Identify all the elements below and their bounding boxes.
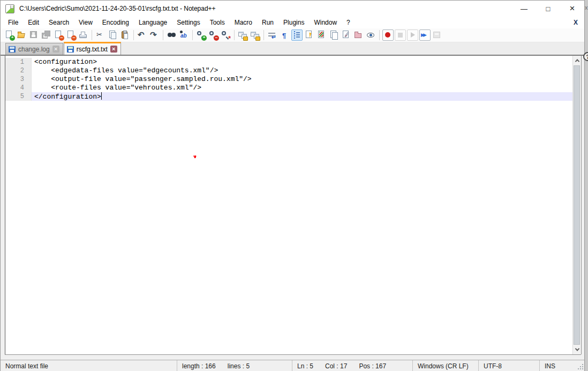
menu-item-file[interactable]: File: [3, 17, 23, 28]
close-document-button[interactable]: X: [574, 17, 578, 28]
titlebar: C:\Users\Cedric\Sumo\2021-11-24-20-35-01…: [1, 1, 584, 17]
status-insert-mode-text: INS: [545, 362, 555, 370]
line-number: 5: [5, 92, 32, 101]
text-editor[interactable]: 1<configuration>2 <edgedata-files value=…: [5, 56, 582, 354]
folder-as-workspace-button[interactable]: [353, 29, 364, 41]
editor-line-text: <output-file value="passenger.sampled.ro…: [32, 75, 582, 84]
close-file-icon: [54, 30, 64, 40]
chevron-up-icon: [575, 59, 579, 63]
status-cursor-position-text: Pos : 167: [359, 362, 386, 370]
restore-zoom-icon: [221, 30, 231, 40]
floppy-icon: [9, 46, 16, 53]
new-file-icon: [4, 30, 14, 40]
restore-zoom-button[interactable]: [220, 29, 231, 41]
zoom-out-button[interactable]: [208, 29, 219, 41]
word-wrap-icon: [267, 30, 277, 40]
line-number: 4: [5, 84, 32, 92]
sync-vertical-scrolling-button[interactable]: [237, 29, 248, 41]
menu-item-settings[interactable]: Settings: [172, 17, 205, 28]
document-map-button[interactable]: [316, 29, 327, 41]
redo-icon: [149, 30, 160, 40]
close-file-button[interactable]: [53, 29, 64, 41]
print-button[interactable]: [78, 29, 89, 41]
copy-icon: [108, 30, 118, 40]
new-file-button[interactable]: [4, 29, 15, 41]
macro-record-button[interactable]: [382, 29, 394, 41]
editor-line: 3 <output-file value="passenger.sampled.…: [5, 75, 582, 84]
cut-button[interactable]: [95, 29, 106, 41]
open-file-button[interactable]: [16, 29, 27, 41]
status-eol-format[interactable]: Windows (CR LF): [413, 360, 479, 371]
menu-item-help[interactable]: ?: [342, 17, 355, 28]
notepad-plus-plus-window: C:\Users\Cedric\Sumo\2021-11-24-20-35-01…: [0, 0, 585, 371]
tab-change-log[interactable]: change.log×: [5, 43, 63, 55]
word-wrap-button[interactable]: [267, 29, 278, 41]
status-eol-format-text: Windows (CR LF): [418, 362, 469, 370]
scroll-up-button[interactable]: [573, 56, 581, 65]
redo-button[interactable]: [149, 29, 160, 41]
replace-button[interactable]: [178, 29, 190, 41]
maximize-button[interactable]: □: [536, 1, 560, 17]
save-button: [28, 29, 40, 41]
menu-item-language[interactable]: Language: [134, 17, 172, 28]
toolbar-separator: [133, 30, 134, 40]
sync-horizontal-scrolling-button[interactable]: [250, 29, 261, 41]
monitoring-button[interactable]: [365, 29, 376, 41]
document-list-button[interactable]: [328, 29, 340, 41]
menu-item-view[interactable]: View: [74, 17, 97, 28]
copy-button[interactable]: [107, 29, 118, 41]
vertical-scrollbar[interactable]: [572, 56, 581, 354]
show-all-characters-icon: [280, 30, 290, 40]
tab-close-icon[interactable]: ×: [52, 46, 59, 53]
show-indent-guide-button[interactable]: [291, 29, 303, 41]
minimize-button[interactable]: —: [512, 1, 536, 17]
zoom-in-button[interactable]: [195, 29, 207, 41]
macro-run-multiple-icon: [420, 30, 430, 40]
line-number: 2: [5, 66, 32, 75]
tab-close-icon[interactable]: ×: [110, 46, 117, 53]
editor-line-text: <route-files value="vehroutes.xml"/>: [32, 84, 582, 92]
menu-item-search[interactable]: Search: [44, 17, 74, 28]
menubar: FileEditSearchViewEncodingLanguageSettin…: [1, 17, 584, 28]
scrollbar-thumb[interactable]: [574, 65, 580, 345]
undo-button[interactable]: [137, 29, 148, 41]
menu-item-window[interactable]: Window: [309, 17, 342, 28]
function-list-button[interactable]: [341, 29, 352, 41]
function-list-icon: [341, 30, 351, 40]
show-indent-guide-icon: [292, 30, 302, 40]
macro-stop-button: [395, 29, 406, 41]
zoom-in-icon: [196, 30, 206, 40]
status-cursor-position-text: Col : 17: [325, 362, 347, 370]
status-encoding[interactable]: UTF-8: [479, 360, 540, 371]
menu-item-plugins[interactable]: Plugins: [278, 17, 309, 28]
menu-item-macro[interactable]: Macro: [230, 17, 257, 28]
save-icon: [29, 30, 39, 40]
scroll-down-button[interactable]: [573, 345, 581, 354]
macro-run-multiple-button[interactable]: [419, 29, 431, 41]
menu-item-tools[interactable]: Tools: [205, 17, 230, 28]
toolbar-separator: [234, 30, 235, 40]
text-caret: [101, 92, 102, 100]
resize-grip-icon[interactable]: [577, 363, 583, 369]
status-cursor-position: Ln : 5Col : 17Pos : 167: [292, 360, 413, 371]
monitoring-icon: [366, 30, 376, 40]
user-defined-language-button[interactable]: [304, 29, 315, 41]
menu-item-edit[interactable]: Edit: [23, 17, 44, 28]
menu-item-run[interactable]: Run: [257, 17, 278, 28]
save-all-button: [41, 29, 52, 41]
status-length-lines-text: length : 166: [182, 362, 216, 370]
close-all-files-button[interactable]: [65, 29, 77, 41]
tab-rscfg-txt-txt[interactable]: rscfg.txt.txt×: [64, 42, 121, 55]
caption-buttons: —□×: [512, 1, 584, 17]
window-title: C:\Users\Cedric\Sumo\2021-11-24-20-35-01…: [19, 5, 216, 12]
find-button[interactable]: [166, 29, 177, 41]
status-length-lines-text: lines : 5: [228, 362, 250, 370]
open-file-icon: [17, 30, 27, 40]
close-button[interactable]: ×: [560, 1, 584, 17]
menu-item-encoding[interactable]: Encoding: [97, 17, 134, 28]
editor-line: 1<configuration>: [5, 58, 582, 66]
menubar-items: FileEditSearchViewEncodingLanguageSettin…: [3, 17, 355, 28]
print-icon: [78, 30, 88, 40]
show-all-characters-button[interactable]: [279, 29, 290, 41]
paste-button[interactable]: [119, 29, 131, 41]
